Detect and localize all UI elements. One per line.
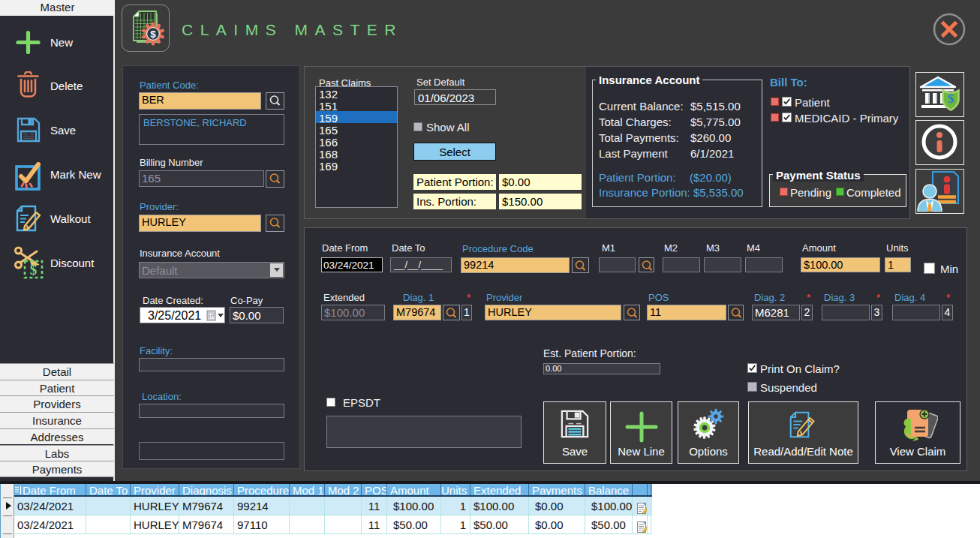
svg-text:$: $: [30, 262, 38, 278]
svg-text:$: $: [150, 29, 156, 40]
svg-text:$: $: [948, 92, 954, 106]
